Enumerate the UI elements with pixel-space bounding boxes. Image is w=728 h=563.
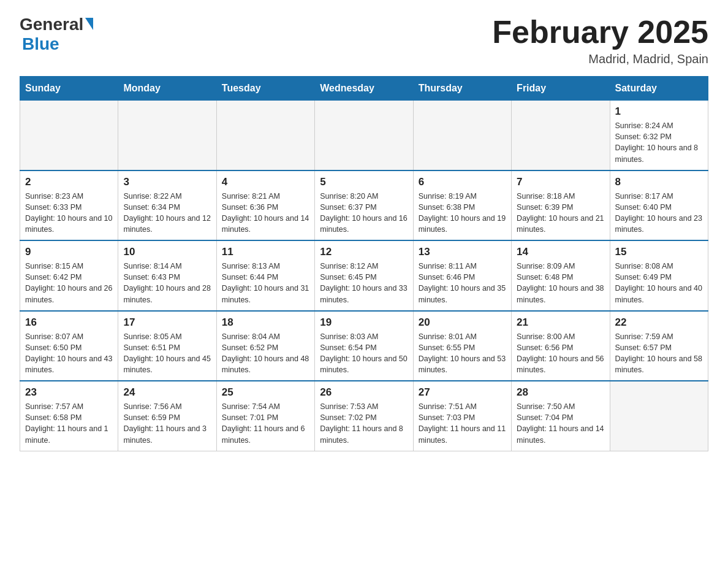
day-number: 21 <box>517 316 604 329</box>
day-number: 14 <box>517 246 604 258</box>
title-area: February 2025 Madrid, Madrid, Spain <box>492 15 708 66</box>
calendar-day-cell <box>413 101 511 170</box>
calendar: Sunday Monday Tuesday Wednesday Thursday… <box>20 76 708 451</box>
day-number: 17 <box>123 316 211 329</box>
calendar-day-cell: 27Sunrise: 7:51 AMSunset: 7:03 PMDayligh… <box>413 381 511 451</box>
calendar-day-cell: 23Sunrise: 7:57 AMSunset: 6:58 PMDayligh… <box>20 381 118 451</box>
day-number: 26 <box>320 386 408 399</box>
col-sunday: Sunday <box>20 77 118 101</box>
header-row: General Blue February 2025 Madrid, Madri… <box>20 15 708 66</box>
calendar-day-cell: 3Sunrise: 8:22 AMSunset: 6:34 PMDaylight… <box>118 170 216 241</box>
day-info: Sunrise: 7:57 AMSunset: 6:58 PMDaylight:… <box>25 401 113 446</box>
calendar-day-cell <box>118 101 216 170</box>
calendar-week-row: 9Sunrise: 8:15 AMSunset: 6:42 PMDaylight… <box>20 240 708 311</box>
day-info: Sunrise: 7:56 AMSunset: 6:59 PMDaylight:… <box>123 401 211 446</box>
day-info: Sunrise: 8:15 AMSunset: 6:42 PMDaylight:… <box>25 261 113 305</box>
calendar-day-cell: 26Sunrise: 7:53 AMSunset: 7:02 PMDayligh… <box>315 381 413 451</box>
calendar-day-cell: 15Sunrise: 8:08 AMSunset: 6:49 PMDayligh… <box>610 240 708 311</box>
day-number: 12 <box>320 246 408 258</box>
calendar-day-cell: 12Sunrise: 8:12 AMSunset: 6:45 PMDayligh… <box>315 240 413 311</box>
day-number: 13 <box>419 246 506 258</box>
day-info: Sunrise: 7:54 AMSunset: 7:01 PMDaylight:… <box>222 401 309 446</box>
col-monday: Monday <box>118 77 216 101</box>
day-number: 22 <box>615 316 703 329</box>
calendar-day-cell: 8Sunrise: 8:17 AMSunset: 6:40 PMDaylight… <box>610 170 708 241</box>
calendar-day-cell: 14Sunrise: 8:09 AMSunset: 6:48 PMDayligh… <box>512 240 610 311</box>
day-info: Sunrise: 8:03 AMSunset: 6:54 PMDaylight:… <box>320 331 408 376</box>
day-number: 15 <box>615 246 703 258</box>
logo-line1: General <box>20 15 93 34</box>
calendar-day-cell: 4Sunrise: 8:21 AMSunset: 6:36 PMDaylight… <box>216 170 314 241</box>
calendar-week-row: 16Sunrise: 8:07 AMSunset: 6:50 PMDayligh… <box>20 311 708 381</box>
day-number: 8 <box>615 176 703 188</box>
day-info: Sunrise: 8:00 AMSunset: 6:56 PMDaylight:… <box>517 331 604 376</box>
day-info: Sunrise: 8:05 AMSunset: 6:51 PMDaylight:… <box>123 331 211 376</box>
calendar-day-cell: 16Sunrise: 8:07 AMSunset: 6:50 PMDayligh… <box>20 311 118 381</box>
day-info: Sunrise: 8:18 AMSunset: 6:39 PMDaylight:… <box>517 191 604 236</box>
day-info: Sunrise: 8:14 AMSunset: 6:43 PMDaylight:… <box>123 261 211 305</box>
calendar-day-cell: 5Sunrise: 8:20 AMSunset: 6:37 PMDaylight… <box>315 170 413 241</box>
day-number: 25 <box>222 386 309 399</box>
day-number: 9 <box>25 246 113 258</box>
day-info: Sunrise: 8:07 AMSunset: 6:50 PMDaylight:… <box>25 331 113 376</box>
page-wrapper: General Blue February 2025 Madrid, Madri… <box>0 0 728 466</box>
day-number: 19 <box>320 316 408 329</box>
calendar-day-cell: 17Sunrise: 8:05 AMSunset: 6:51 PMDayligh… <box>118 311 216 381</box>
calendar-header-row: Sunday Monday Tuesday Wednesday Thursday… <box>20 77 708 101</box>
day-info: Sunrise: 8:13 AMSunset: 6:44 PMDaylight:… <box>222 261 309 305</box>
day-info: Sunrise: 8:08 AMSunset: 6:49 PMDaylight:… <box>615 261 703 305</box>
calendar-day-cell <box>610 381 708 451</box>
day-info: Sunrise: 7:59 AMSunset: 6:57 PMDaylight:… <box>615 331 703 376</box>
day-number: 6 <box>419 176 506 188</box>
day-info: Sunrise: 8:21 AMSunset: 6:36 PMDaylight:… <box>222 191 309 236</box>
day-number: 1 <box>615 105 703 118</box>
day-number: 7 <box>517 176 604 188</box>
day-number: 20 <box>419 316 506 329</box>
day-number: 24 <box>123 386 211 399</box>
calendar-week-row: 23Sunrise: 7:57 AMSunset: 6:58 PMDayligh… <box>20 381 708 451</box>
col-friday: Friday <box>512 77 610 101</box>
calendar-day-cell: 22Sunrise: 7:59 AMSunset: 6:57 PMDayligh… <box>610 311 708 381</box>
day-number: 18 <box>222 316 309 329</box>
day-number: 27 <box>419 386 506 399</box>
logo-blue-text: Blue <box>22 36 59 53</box>
col-thursday: Thursday <box>413 77 511 101</box>
day-info: Sunrise: 8:20 AMSunset: 6:37 PMDaylight:… <box>320 191 408 236</box>
logo-general-text: General <box>20 15 83 34</box>
logo-area: General Blue <box>20 15 93 53</box>
calendar-day-cell: 18Sunrise: 8:04 AMSunset: 6:52 PMDayligh… <box>216 311 314 381</box>
col-tuesday: Tuesday <box>216 77 314 101</box>
calendar-day-cell: 21Sunrise: 8:00 AMSunset: 6:56 PMDayligh… <box>512 311 610 381</box>
day-number: 23 <box>25 386 113 399</box>
day-info: Sunrise: 8:24 AMSunset: 6:32 PMDaylight:… <box>615 120 703 165</box>
day-info: Sunrise: 8:17 AMSunset: 6:40 PMDaylight:… <box>615 191 703 236</box>
col-wednesday: Wednesday <box>315 77 413 101</box>
calendar-day-cell: 1Sunrise: 8:24 AMSunset: 6:32 PMDaylight… <box>610 101 708 170</box>
day-number: 10 <box>123 246 211 258</box>
calendar-day-cell <box>315 101 413 170</box>
calendar-day-cell <box>216 101 314 170</box>
day-number: 28 <box>517 386 604 399</box>
day-number: 2 <box>25 176 113 188</box>
calendar-day-cell: 19Sunrise: 8:03 AMSunset: 6:54 PMDayligh… <box>315 311 413 381</box>
day-number: 3 <box>123 176 211 188</box>
day-info: Sunrise: 8:11 AMSunset: 6:46 PMDaylight:… <box>419 261 506 305</box>
col-saturday: Saturday <box>610 77 708 101</box>
day-number: 11 <box>222 246 309 258</box>
calendar-day-cell: 13Sunrise: 8:11 AMSunset: 6:46 PMDayligh… <box>413 240 511 311</box>
calendar-week-row: 1Sunrise: 8:24 AMSunset: 6:32 PMDaylight… <box>20 101 708 170</box>
day-info: Sunrise: 8:12 AMSunset: 6:45 PMDaylight:… <box>320 261 408 305</box>
calendar-day-cell: 20Sunrise: 8:01 AMSunset: 6:55 PMDayligh… <box>413 311 511 381</box>
calendar-day-cell: 7Sunrise: 8:18 AMSunset: 6:39 PMDaylight… <box>512 170 610 241</box>
calendar-day-cell: 6Sunrise: 8:19 AMSunset: 6:38 PMDaylight… <box>413 170 511 241</box>
day-number: 16 <box>25 316 113 329</box>
logo-arrow-icon <box>85 18 93 30</box>
day-info: Sunrise: 8:22 AMSunset: 6:34 PMDaylight:… <box>123 191 211 236</box>
day-info: Sunrise: 8:01 AMSunset: 6:55 PMDaylight:… <box>419 331 506 376</box>
calendar-day-cell: 2Sunrise: 8:23 AMSunset: 6:33 PMDaylight… <box>20 170 118 241</box>
day-info: Sunrise: 8:09 AMSunset: 6:48 PMDaylight:… <box>517 261 604 305</box>
location-title: Madrid, Madrid, Spain <box>492 52 708 66</box>
calendar-day-cell: 9Sunrise: 8:15 AMSunset: 6:42 PMDaylight… <box>20 240 118 311</box>
day-info: Sunrise: 8:04 AMSunset: 6:52 PMDaylight:… <box>222 331 309 376</box>
calendar-day-cell: 11Sunrise: 8:13 AMSunset: 6:44 PMDayligh… <box>216 240 314 311</box>
